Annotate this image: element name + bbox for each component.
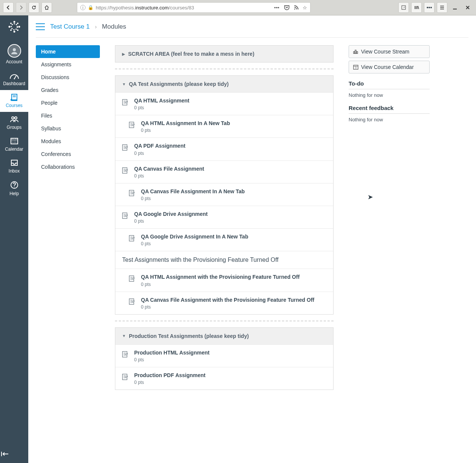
course-menu-toggle[interactable] [36,23,45,30]
svg-text:3: 3 [355,66,357,69]
module-item-title: QA Google Drive Assignment In A New Tab [141,233,248,240]
module-item[interactable]: Production HTML Assignment0 pts [115,344,333,367]
course-nav-item[interactable]: Home [36,45,100,58]
url-text: https://hypothesis.instructure.com/cours… [96,5,194,11]
sidebar-toggle-button[interactable] [398,2,409,13]
site-info-icon[interactable]: i [80,5,86,10]
nav-inbox[interactable]: Inbox [0,156,28,177]
url-bar[interactable]: i 🔒 https://hypothesis.instructure.com/c… [77,2,311,13]
svg-point-14 [12,117,14,119]
nav-dashboard[interactable]: Dashboard [0,68,28,90]
module-item-points: 0 pts [141,196,245,201]
module-header[interactable]: ▶SCRATCH AREA (feel free to make a mess … [115,46,333,62]
module: ▶SCRATCH AREA (feel free to make a mess … [115,45,334,63]
modules-list: ▶SCRATCH AREA (feel free to make a mess … [115,45,334,390]
course-nav-item[interactable]: Files [36,109,100,122]
calendar-icon [10,137,19,145]
course-nav-item[interactable]: Syllabus [36,122,100,135]
overflow-button[interactable]: ••• [424,2,435,13]
view-course-stream-label: View Course Stream [361,49,409,55]
view-course-calendar-button[interactable]: 3 View Course Calendar [349,61,430,73]
close-button[interactable] [462,2,473,13]
avatar-icon [8,44,21,58]
nav-courses[interactable]: Courses [0,90,28,112]
assignment-icon [128,121,136,129]
module-item[interactable]: Production PDF Assignment0 pts [115,367,333,390]
course-nav-item[interactable]: Discussions [36,71,100,84]
assignment-icon [128,189,136,197]
module-subheader: Test Assignments with the Provisioning F… [115,251,333,269]
module-item[interactable]: QA Google Drive Assignment0 pts [115,206,333,228]
course-nav-item[interactable]: Grades [36,84,100,96]
module-item[interactable]: QA Canvas File Assignment0 pts [115,160,333,183]
inbox-icon [10,159,19,167]
svg-point-18 [14,186,15,187]
page-actions-icon[interactable]: ••• [274,5,279,11]
nav-help[interactable]: Help [0,177,28,200]
module-item-title: QA Canvas File Assignment In A New Tab [141,188,245,195]
module-header[interactable]: ▼Production Test Assignments (please kee… [115,328,333,344]
view-course-stream-button[interactable]: View Course Stream [349,45,430,58]
back-button[interactable] [3,2,14,13]
stream-icon [353,49,359,55]
module-title: Production Test Assignments (please keep… [129,333,249,339]
module-item[interactable]: QA Canvas File Assignment In A New Tab0 … [115,183,333,206]
feedback-heading: Recent feedback [349,105,430,111]
module-item-title: QA Google Drive Assignment [134,211,208,217]
assignment-icon [128,275,136,283]
browser-toolbar: i 🔒 https://hypothesis.instructure.com/c… [0,0,476,15]
app-menu-button[interactable] [437,2,447,13]
module-item[interactable]: QA Google Drive Assignment In A New Tab0… [115,228,333,251]
breadcrumb-course-link[interactable]: Test Course 1 [50,23,90,31]
nav-groups-label: Groups [7,125,21,130]
module-item[interactable]: QA HTML Assignment with the Provisioning… [115,269,333,291]
nav-account[interactable]: Account [0,41,28,68]
module-item[interactable]: QA Canvas File Assignment with the Provi… [115,292,333,314]
module: ▼QA Test Assignments (please keep tidy)Q… [115,75,334,315]
forward-button[interactable] [16,2,26,13]
course-nav-item[interactable]: Conferences [36,148,100,160]
bookmark-star-icon[interactable]: ☆ [303,5,307,11]
module-item-points: 0 pts [141,241,248,246]
home-button[interactable] [41,2,52,13]
nav-help-label: Help [9,191,19,196]
minimize-button[interactable] [450,2,460,13]
svg-point-11 [13,48,16,51]
reload-button[interactable] [29,2,39,13]
module-item-points: 0 pts [134,219,208,224]
module-item-points: 0 pts [141,304,314,310]
course-nav-item[interactable]: Collaborations [36,160,100,173]
nav-calendar[interactable]: Calendar [0,134,28,156]
help-icon [10,180,19,189]
module-title: SCRATCH AREA (feel free to make a mess i… [128,51,254,57]
module-item[interactable]: QA HTML Assignment In A New Tab0 pts [115,115,333,138]
module-item[interactable]: QA PDF Assignment0 pts [115,138,333,160]
nav-courses-label: Courses [6,103,23,108]
assignment-icon [121,167,129,174]
nav-dashboard-label: Dashboard [3,81,25,86]
course-nav-item[interactable]: Modules [36,135,100,148]
module-item-points: 0 pts [134,357,210,362]
assignment-icon [121,144,129,151]
module-item[interactable]: QA HTML Assignment0 pts [115,92,333,115]
pocket-icon[interactable] [284,5,290,11]
gauge-icon [9,71,19,79]
nav-groups[interactable]: Groups [0,112,28,134]
svg-point-7 [10,23,12,24]
book-icon [9,93,19,101]
rss-icon[interactable] [294,5,299,10]
library-button[interactable] [411,2,422,13]
svg-point-0 [294,9,295,9]
module-item-title: QA HTML Assignment In A New Tab [141,120,230,127]
main-content: Test Course 1 › Modules HomeAssignmentsD… [28,15,476,463]
module-header[interactable]: ▼QA Test Assignments (please keep tidy) [115,76,333,92]
svg-point-4 [13,31,15,33]
course-nav-item[interactable]: Assignments [36,58,100,71]
triangle-down-icon: ▼ [122,82,126,86]
module-item-title: Production HTML Assignment [134,349,210,356]
canvas-logo[interactable] [7,19,22,34]
breadcrumb: Test Course 1 › Modules [36,23,468,38]
course-nav-item[interactable]: People [36,96,100,109]
nav-collapse-button[interactable] [0,450,28,458]
collapse-icon [0,450,10,458]
